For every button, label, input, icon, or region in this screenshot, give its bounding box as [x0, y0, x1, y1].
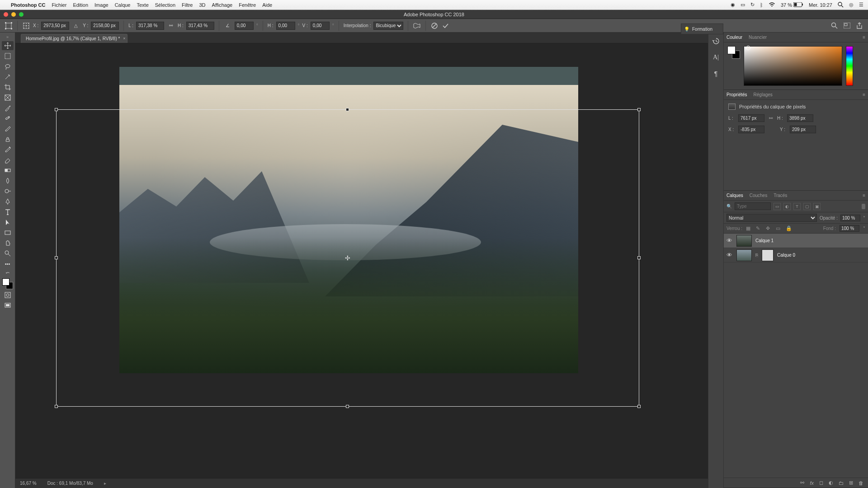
fill-field[interactable]: [840, 225, 859, 232]
reference-point-icon[interactable]: [22, 22, 30, 30]
layers-panel-menu-icon[interactable]: ≡: [863, 193, 865, 198]
add-mask-icon[interactable]: ◻: [819, 480, 823, 486]
color-fg-bg-swatch[interactable]: [727, 46, 740, 59]
props-panel-menu-icon[interactable]: ≡: [863, 92, 865, 97]
x-field[interactable]: [41, 22, 69, 30]
menu-3d[interactable]: 3D: [199, 2, 206, 8]
close-window-button[interactable]: [4, 12, 8, 17]
commit-transform-icon[interactable]: [441, 22, 449, 30]
hand-tool[interactable]: [2, 239, 14, 248]
edit-toolbar-icon[interactable]: •••: [2, 259, 14, 268]
opacity-field[interactable]: [840, 215, 860, 221]
siri-icon[interactable]: ◎: [849, 2, 854, 8]
layer-visibility-icon[interactable]: 👁: [726, 252, 733, 258]
healing-brush-tool[interactable]: [2, 114, 14, 123]
y-field[interactable]: [91, 22, 119, 30]
layer-thumbnail[interactable]: [736, 235, 752, 247]
rectangle-tool[interactable]: [2, 228, 14, 237]
blur-tool[interactable]: [2, 176, 14, 185]
prop-x-field[interactable]: [738, 126, 764, 133]
lasso-tool[interactable]: [2, 62, 14, 71]
transform-handle-br[interactable]: [637, 405, 641, 408]
link-wh-icon[interactable]: ⚯: [167, 22, 175, 30]
warp-mode-icon[interactable]: [413, 22, 421, 30]
adjustment-layer-icon[interactable]: ◐: [829, 480, 833, 486]
airplay-icon[interactable]: ▭: [741, 2, 745, 8]
document-tab[interactable]: HommeProfil.jpg @ 16,7% (Calque 1, RVB/8…: [21, 34, 127, 43]
layer-style-icon[interactable]: fx: [810, 480, 814, 486]
menu-calque[interactable]: Calque: [115, 2, 131, 8]
crop-tool[interactable]: [2, 83, 14, 92]
marquee-tool[interactable]: [2, 52, 14, 61]
status-flyout-icon[interactable]: ▸: [104, 481, 106, 486]
formation-panel-collapsed[interactable]: 💡 Formation: [681, 23, 723, 34]
delta-icon[interactable]: △: [72, 22, 80, 30]
spotlight-icon[interactable]: [838, 2, 844, 8]
link-dimensions-icon[interactable]: ⚯: [769, 116, 773, 121]
delete-layer-icon[interactable]: 🗑: [859, 480, 863, 486]
layer-filter-search-icon[interactable]: 🔍: [726, 204, 732, 209]
w-field[interactable]: [136, 22, 164, 30]
blend-mode-select[interactable]: Normal: [726, 214, 817, 222]
angle-field[interactable]: [235, 22, 254, 30]
cc-sync-icon[interactable]: ◉: [731, 2, 735, 8]
tab-couleur[interactable]: Couleur: [726, 35, 742, 40]
gradient-tool[interactable]: [2, 166, 14, 175]
prop-l-field[interactable]: [738, 114, 764, 122]
foreground-color[interactable]: [2, 278, 9, 286]
zoom-level[interactable]: 16,67 %: [20, 481, 37, 486]
arrange-documents-icon[interactable]: [843, 22, 851, 30]
layer-item[interactable]: 👁 Calque 1: [724, 234, 868, 248]
transform-handle-tl[interactable]: [55, 108, 58, 111]
transform-handle-mr[interactable]: [637, 256, 641, 259]
filter-toggle-icon[interactable]: [862, 204, 865, 209]
layer-name[interactable]: Calque 1: [755, 238, 774, 243]
filter-smart-icon[interactable]: ▣: [813, 203, 821, 210]
app-name[interactable]: Photoshop CC: [11, 2, 45, 8]
lock-transparency-icon[interactable]: ▦: [746, 225, 752, 231]
color-field[interactable]: [744, 46, 842, 86]
screen-mode-icon[interactable]: [2, 301, 14, 310]
move-tool[interactable]: [2, 41, 14, 50]
menu-selection[interactable]: Sélection: [155, 2, 175, 8]
minimize-window-button[interactable]: [11, 12, 16, 17]
color-panel-menu-icon[interactable]: ≡: [863, 35, 865, 40]
transform-handle-tr[interactable]: [637, 108, 641, 111]
prop-h-field[interactable]: [787, 114, 813, 122]
menu-image[interactable]: Image: [94, 2, 108, 8]
filter-type-icon[interactable]: T: [793, 203, 801, 210]
link-layers-icon[interactable]: ⚯: [800, 480, 804, 486]
new-layer-icon[interactable]: ⊞: [849, 480, 853, 486]
collapse-toolbar-icon[interactable]: »: [2, 34, 14, 40]
filter-shape-icon[interactable]: ▢: [803, 203, 811, 210]
foreground-background-colors[interactable]: [2, 278, 13, 289]
type-tool[interactable]: [2, 207, 14, 216]
zoom-window-button[interactable]: [19, 12, 24, 17]
pen-tool[interactable]: [2, 197, 14, 206]
menu-affichage[interactable]: Affichage: [212, 2, 233, 8]
skew-h-field[interactable]: [276, 22, 295, 30]
interpolation-select[interactable]: Bicubique: [373, 22, 403, 30]
canvas[interactable]: ✢: [15, 43, 708, 478]
layer-visibility-icon[interactable]: 👁: [726, 237, 733, 244]
menu-filtre[interactable]: Filtre: [182, 2, 193, 8]
filter-adjustment-icon[interactable]: ◐: [783, 203, 791, 210]
doc-info[interactable]: Doc : 69,1 Mo/83,7 Mo: [47, 481, 93, 486]
paragraph-panel-icon[interactable]: ¶: [711, 69, 721, 79]
quick-mask-icon[interactable]: [2, 291, 14, 300]
layer-item[interactable]: 👁 ⎘ Calque 0: [724, 248, 868, 263]
wifi-icon[interactable]: [769, 2, 775, 7]
frame-tool[interactable]: [2, 93, 14, 102]
lock-all-icon[interactable]: 🔒: [786, 225, 792, 231]
tab-proprietes[interactable]: Propriétés: [726, 92, 747, 97]
tab-traces[interactable]: Tracés: [774, 193, 787, 198]
layer-thumbnail[interactable]: [736, 249, 752, 261]
character-panel-icon[interactable]: A|: [711, 52, 721, 62]
brush-tool[interactable]: [2, 124, 14, 133]
tab-couches[interactable]: Couches: [750, 193, 767, 198]
transform-tool-icon[interactable]: [5, 22, 13, 30]
layer-mask-thumbnail[interactable]: [762, 249, 774, 261]
search-icon[interactable]: [830, 22, 838, 30]
filter-pixel-icon[interactable]: ▭: [774, 203, 781, 210]
eraser-tool[interactable]: [2, 155, 14, 164]
